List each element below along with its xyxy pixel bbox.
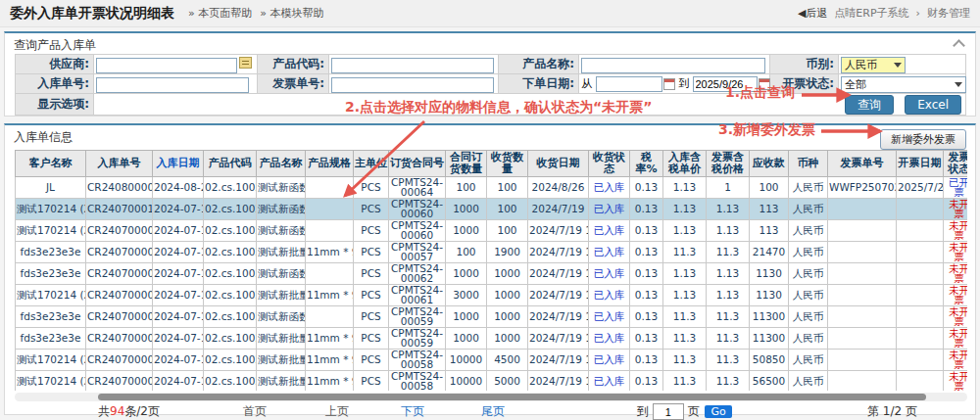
table-cell[interactable]: 1000 — [487, 328, 528, 350]
table-row[interactable]: fds3e23e3eCR2407000062024-07-1902.cs.100… — [16, 328, 968, 350]
table-cell[interactable]: 2024-08-26 — [153, 177, 204, 199]
table-cell[interactable]: 02.cs.100241 — [204, 263, 257, 285]
table-cell[interactable]: 人民币 — [789, 199, 828, 220]
table-cell[interactable]: fds3e23e3e — [16, 328, 86, 350]
table-row[interactable]: JLCR2408000012024-08-2602.cs.100241测试新函数… — [16, 177, 968, 199]
table-cell[interactable]: 1.13 — [663, 177, 707, 199]
table-cell[interactable]: 2024/7/19 10 — [528, 328, 589, 350]
table-cell[interactable]: JL — [16, 177, 86, 199]
table-cell[interactable]: 02.cs.100246 — [204, 285, 257, 306]
table-cell[interactable]: 人民币 — [789, 177, 828, 199]
table-cell[interactable]: 测试170214 (XX) — [16, 350, 86, 371]
table-cell[interactable]: 100 — [487, 177, 528, 199]
table-cell[interactable]: 11.3 — [707, 371, 750, 392]
query-button[interactable]: 查询 — [845, 95, 894, 115]
table-cell[interactable]: 已开票 — [944, 177, 968, 199]
table-cell[interactable]: 测试170214 (XX) — [16, 371, 86, 392]
table-cell[interactable]: 100 — [487, 220, 528, 242]
table-cell[interactable] — [897, 220, 944, 242]
table-cell[interactable]: CR240700010 — [86, 199, 153, 220]
table-row[interactable]: fds3e23e3eCR2407000082024-07-1902.cs.100… — [16, 242, 968, 263]
table-cell[interactable]: 人民币 — [789, 263, 828, 285]
next-page-link[interactable]: 下页 — [401, 403, 424, 420]
table-cell[interactable]: 人民币 — [789, 242, 828, 263]
table-cell[interactable]: 已入库 — [589, 328, 630, 350]
table-cell[interactable]: fds3e23e3e — [16, 306, 86, 328]
table-cell[interactable]: 1130 — [750, 285, 789, 306]
table-cell[interactable]: CPMTS24-00058 — [389, 371, 446, 392]
goto-page-input[interactable] — [653, 403, 684, 420]
table-cell[interactable]: 已入库 — [589, 306, 630, 328]
table-cell[interactable]: 1000 — [446, 199, 487, 220]
table-cell[interactable]: 113 — [750, 220, 789, 242]
table-cell[interactable]: PCS — [354, 177, 389, 199]
table-cell[interactable]: 0.13 — [630, 350, 663, 371]
table-cell[interactable] — [828, 328, 897, 350]
table-cell[interactable] — [306, 306, 354, 328]
breadcrumb-module[interactable]: 财务管理 — [927, 6, 970, 21]
table-cell[interactable]: 0.13 — [630, 285, 663, 306]
table-cell[interactable]: WWFP250702001 — [828, 177, 897, 199]
table-cell[interactable]: 0.13 — [630, 177, 663, 199]
table-cell[interactable]: 02.cs.100241 — [204, 177, 257, 199]
table-cell[interactable]: 人民币 — [789, 285, 828, 306]
table-cell[interactable] — [306, 263, 354, 285]
table-cell[interactable]: 0.13 — [630, 371, 663, 392]
table-cell[interactable]: 测试新批量领 — [257, 371, 306, 392]
table-cell[interactable]: 已入库 — [589, 199, 630, 220]
table-cell[interactable]: CPMTS24-00061 — [389, 285, 446, 306]
scrollbar-thumb[interactable] — [98, 394, 926, 400]
table-cell[interactable]: 2024-07-19 — [153, 263, 204, 285]
table-cell[interactable]: 测试新函数成 — [257, 220, 306, 242]
table-cell[interactable] — [828, 199, 897, 220]
table-cell[interactable]: CPMTS24-00059 — [389, 306, 446, 328]
table-cell[interactable]: 02.cs.100246 — [204, 328, 257, 350]
table-cell[interactable]: 1.13 — [663, 199, 707, 220]
table-cell[interactable] — [897, 242, 944, 263]
table-cell[interactable]: 2024/7/19 10 — [528, 263, 589, 285]
table-cell[interactable]: PCS — [354, 263, 389, 285]
table-cell[interactable] — [897, 285, 944, 306]
table-cell[interactable]: 11mm * 95m — [306, 350, 354, 371]
supplier-input[interactable] — [96, 58, 237, 73]
table-cell[interactable]: 10000 — [446, 350, 487, 371]
table-cell[interactable]: CR240700004 — [86, 371, 153, 392]
table-cell[interactable]: PCS — [354, 328, 389, 350]
table-cell[interactable]: PCS — [354, 350, 389, 371]
table-cell[interactable]: 0.13 — [630, 242, 663, 263]
table-cell[interactable]: 1.13 — [663, 263, 707, 285]
table-cell[interactable]: 测试新批量领 — [257, 242, 306, 263]
table-row[interactable]: fds3e23e3eCR2407000072024-07-1902.cs.100… — [16, 263, 968, 285]
table-cell[interactable]: CR240800001 — [86, 177, 153, 199]
table-cell[interactable]: 0.13 — [630, 328, 663, 350]
date-from-input[interactable] — [596, 76, 662, 92]
table-cell[interactable]: 2024/7/19 10 — [528, 371, 589, 392]
table-cell[interactable]: CR240700009 — [86, 220, 153, 242]
table-cell[interactable]: 11mm * 95m — [306, 242, 354, 263]
back-button[interactable]: ◀后退 — [798, 6, 827, 21]
table-cell[interactable]: CR240700005 — [86, 350, 153, 371]
first-page-link[interactable]: 首页 — [243, 403, 267, 420]
table-cell[interactable]: 11300 — [750, 306, 789, 328]
table-cell[interactable]: 已入库 — [589, 350, 630, 371]
table-cell[interactable]: 已入库 — [589, 177, 630, 199]
table-row[interactable]: 测试170214 (XX)CR2407000102024-07-1902.cs.… — [16, 199, 968, 220]
table-cell[interactable]: 测试新函数成 — [257, 306, 306, 328]
table-cell[interactable]: 2024-07-19 — [153, 350, 204, 371]
inbound-no-input[interactable] — [96, 77, 249, 93]
table-cell[interactable]: 未开票 — [944, 350, 968, 371]
table-cell[interactable]: 1130 — [750, 263, 789, 285]
table-cell[interactable]: 未开票 — [944, 371, 968, 392]
add-outsourcing-invoice-button[interactable]: 新增委外发票 — [880, 129, 966, 150]
table-cell[interactable]: 0.13 — [630, 306, 663, 328]
table-cell[interactable]: 0.13 — [630, 263, 663, 285]
table-cell[interactable]: 未开票 — [944, 263, 968, 285]
table-cell[interactable]: 11.3 — [707, 306, 750, 328]
table-cell[interactable]: 测试新批量领 — [257, 328, 306, 350]
table-cell[interactable]: 11.3 — [707, 350, 750, 371]
table-cell[interactable]: 1.13 — [707, 220, 750, 242]
table-cell[interactable]: CR240700006 — [86, 328, 153, 350]
table-cell[interactable]: fds3e23e3e — [16, 242, 86, 263]
table-cell[interactable]: CPMTS24-00064 — [389, 177, 446, 199]
table-cell[interactable]: PCS — [354, 306, 389, 328]
